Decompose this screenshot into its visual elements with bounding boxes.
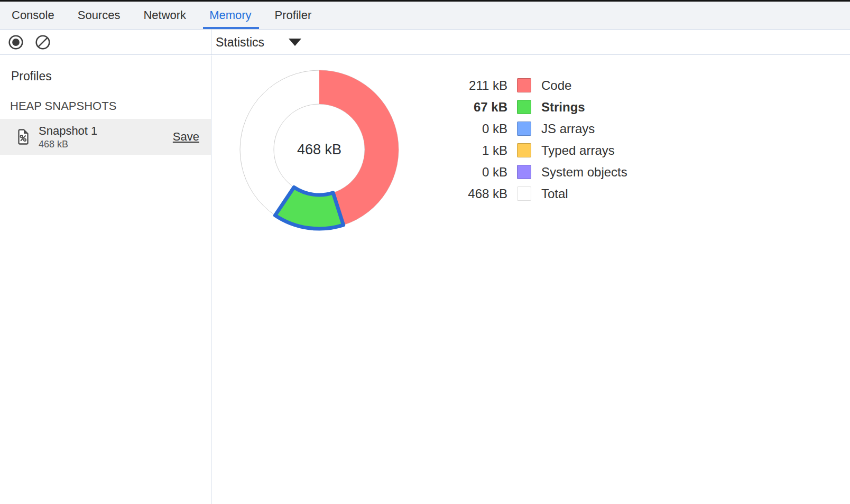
tab-network[interactable]: Network xyxy=(143,2,186,29)
tab-sources[interactable]: Sources xyxy=(78,2,121,29)
legend-row-strings[interactable]: 67 kB Strings xyxy=(447,96,627,118)
tab-memory[interactable]: Memory xyxy=(209,2,251,29)
memory-donut-chart[interactable] xyxy=(235,65,404,234)
record-icon xyxy=(8,34,24,50)
legend-label: Code xyxy=(541,78,571,93)
snapshot-title: Snapshot 1 xyxy=(39,124,97,138)
legend-color-swatch xyxy=(517,78,531,92)
tab-console[interactable]: Console xyxy=(12,2,54,29)
donut-outline-inner xyxy=(274,104,365,195)
legend-row-code[interactable]: 211 kB Code xyxy=(447,74,627,96)
legend-value: 1 kB xyxy=(447,143,507,158)
chart-legend: 211 kB Code 67 kB Strings 0 kB JS arrays… xyxy=(447,74,627,204)
legend-row-total[interactable]: 468 kB Total xyxy=(447,183,627,204)
heap-snapshots-section-label: HEAP SNAPSHOTS xyxy=(10,99,116,113)
save-snapshot-link[interactable]: Save xyxy=(173,130,199,144)
legend-row-typed-arrays[interactable]: 1 kB Typed arrays xyxy=(447,139,627,161)
legend-row-js-arrays[interactable]: 0 kB JS arrays xyxy=(447,118,627,139)
heap-snapshot-file-icon xyxy=(16,129,29,145)
snapshot-info: Snapshot 1 468 kB xyxy=(39,124,97,150)
legend-color-swatch xyxy=(517,143,531,157)
tab-profiler[interactable]: Profiler xyxy=(275,2,312,29)
dropdown-caret-icon xyxy=(289,39,301,46)
legend-row-system-objects[interactable]: 0 kB System objects xyxy=(447,161,627,183)
toolbar: Statistics xyxy=(0,30,850,55)
clear-profiles-button[interactable] xyxy=(35,34,51,50)
legend-value: 67 kB xyxy=(447,100,507,115)
legend-value: 468 kB xyxy=(447,186,507,201)
legend-color-swatch xyxy=(517,100,531,114)
record-heap-snapshot-button[interactable] xyxy=(8,34,24,50)
perspective-select-value: Statistics xyxy=(216,35,264,50)
legend-value: 211 kB xyxy=(447,78,507,93)
legend-color-swatch xyxy=(517,186,531,201)
snapshot-list-item[interactable]: Snapshot 1 468 kB Save xyxy=(0,119,211,155)
perspective-select[interactable]: Statistics xyxy=(212,35,301,50)
profiles-heading: Profiles xyxy=(11,69,52,83)
profiler-toolbar xyxy=(0,30,211,55)
clear-icon xyxy=(35,34,51,50)
devtools-tab-bar: Console Sources Network Memory Profiler xyxy=(0,2,850,30)
legend-value: 0 kB xyxy=(447,165,507,180)
legend-label: Typed arrays xyxy=(541,143,615,158)
legend-color-swatch xyxy=(517,122,531,136)
view-toolbar: Statistics xyxy=(212,30,850,55)
legend-label: System objects xyxy=(541,165,627,180)
legend-value: 0 kB xyxy=(447,122,507,136)
legend-label: Strings xyxy=(541,100,585,115)
legend-label: JS arrays xyxy=(541,122,595,136)
donut-segment-strings[interactable] xyxy=(275,187,343,229)
snapshot-size: 468 kB xyxy=(39,139,97,150)
legend-color-swatch xyxy=(517,165,531,179)
legend-label: Total xyxy=(541,186,568,201)
